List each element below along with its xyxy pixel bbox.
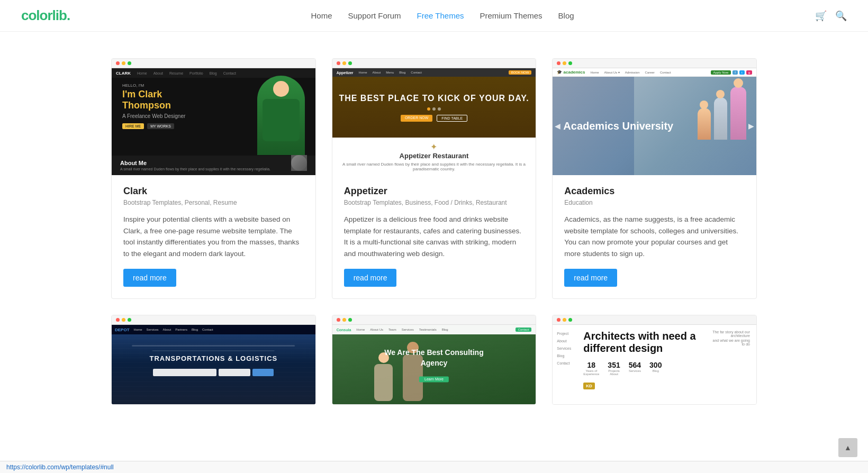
card-appetizer: Appetizer Home About Menu Blog Contact B… [332, 58, 537, 299]
dot-red [557, 61, 560, 65]
site-header: colorlib. Home Support Forum Free Themes… [0, 0, 868, 32]
dot-green [568, 318, 572, 322]
card-consula: Consula Home About Us Team Services Test… [332, 315, 537, 405]
depot-screenshot: DEPOT Home Services About Partners Blog … [112, 325, 315, 405]
architects-screenshot: Project About Services Blog Contact [553, 325, 756, 405]
card-clark-info: Clark Bootstrap Templates, Personal, Res… [112, 175, 315, 298]
clark-screenshot: CLARK Home About Resume Portfolio Blog C… [112, 68, 315, 175]
card-appetizer-image: Appetizer Home About Menu Blog Contact B… [332, 59, 536, 175]
main-content: CLARK Home About Resume Portfolio Blog C… [101, 32, 767, 421]
academics-tags: Education [564, 199, 745, 206]
appetizer-desc: Appetizer is a delicious free food and d… [344, 214, 525, 259]
themes-grid: CLARK Home About Resume Portfolio Blog C… [111, 58, 757, 405]
card-academics: 🎓 academics Home About Us ▾ Admission Ca… [552, 58, 757, 299]
architects-headline: Architects with need a different design [583, 330, 712, 354]
dot-red [116, 318, 120, 322]
dot-green [128, 318, 131, 322]
search-icon[interactable]: 🔍 [835, 10, 847, 22]
academics-desc: Academics, as the name suggests, is a fr… [564, 214, 745, 259]
dot-yellow [122, 61, 125, 65]
logo-dot: . [67, 7, 70, 23]
next-arrow[interactable]: ▶ [748, 122, 754, 130]
clark-name: I'm ClarkThompson [122, 89, 185, 111]
nav-support-forum[interactable]: Support Forum [348, 11, 401, 20]
prev-arrow[interactable]: ◀ [555, 122, 560, 130]
academics-title: Academics [564, 186, 745, 197]
dot-yellow [122, 318, 125, 322]
browser-bar-architects [553, 315, 756, 325]
nav-icons: 🛒 🔍 [815, 10, 847, 22]
dot-green [348, 318, 352, 322]
card-consula-image: Consula Home About Us Team Services Test… [332, 315, 536, 405]
card-depot: DEPOT Home Services About Partners Blog … [111, 315, 316, 405]
main-nav: Home Support Forum Free Themes Premium T… [311, 11, 574, 21]
dot-green [128, 61, 131, 65]
site-logo[interactable]: colorlib. [21, 7, 70, 24]
appetizer-screenshot: Appetizer Home About Menu Blog Contact B… [332, 68, 536, 175]
card-architects: Project About Services Blog Contact [552, 315, 757, 405]
dot-red [337, 318, 340, 322]
card-clark: CLARK Home About Resume Portfolio Blog C… [111, 58, 316, 299]
dot-yellow [342, 318, 346, 322]
browser-bar-depot [112, 315, 315, 325]
clark-title: Clark [123, 186, 304, 197]
cart-icon[interactable]: 🛒 [815, 10, 827, 22]
browser-bar-academics [553, 59, 756, 68]
card-architects-image: Project About Services Blog Contact [553, 315, 756, 405]
clark-desc: Inspire your potential clients with a we… [123, 214, 304, 259]
nav-home[interactable]: Home [311, 11, 332, 20]
card-academics-image: 🎓 academics Home About Us ▾ Admission Ca… [553, 59, 756, 175]
browser-bar-appetizer [332, 59, 536, 68]
browser-bar-consula [332, 315, 536, 325]
depot-text: TRANSPORTATIONS & LOGISTICS [149, 354, 277, 363]
dot-green [348, 61, 352, 65]
clark-tags: Bootstrap Templates, Personal, Resume [123, 199, 304, 206]
nav-free-themes[interactable]: Free Themes [417, 11, 464, 20]
dot-red [557, 318, 560, 322]
academics-screenshot: 🎓 academics Home About Us ▾ Admission Ca… [553, 68, 756, 175]
logo-text: colorlib [21, 7, 67, 23]
card-clark-image: CLARK Home About Resume Portfolio Blog C… [112, 59, 315, 175]
browser-bar-clark [112, 59, 315, 68]
appetizer-tags: Bootstrap Templates, Business, Food / Dr… [344, 199, 525, 206]
dot-green [568, 61, 572, 65]
dot-red [116, 61, 120, 65]
consula-screenshot: Consula Home About Us Team Services Test… [332, 325, 536, 405]
appetizer-read-more-button[interactable]: read more [344, 269, 397, 287]
appetizer-title: Appetizer [344, 186, 525, 197]
card-academics-info: Academics Education Academics, as the na… [553, 175, 756, 298]
dot-red [337, 61, 340, 65]
appetizer-headline: THE BEST PLACE TO KICK OF YOUR DAY. [339, 93, 529, 103]
dot-yellow [342, 61, 346, 65]
card-depot-image: DEPOT Home Services About Partners Blog … [112, 315, 315, 405]
academics-read-more-button[interactable]: read more [564, 269, 617, 287]
dot-yellow [563, 318, 566, 322]
card-appetizer-info: Appetizer Bootstrap Templates, Business,… [332, 175, 536, 298]
nav-premium-themes[interactable]: Premium Themes [480, 11, 542, 20]
consula-text: We Are The Best Consulting Agency [383, 348, 485, 369]
appetizer-logo-name: Appetizer Restaurant [400, 152, 469, 160]
nav-blog[interactable]: Blog [558, 11, 574, 20]
clark-read-more-button[interactable]: read more [123, 269, 176, 287]
dot-yellow [563, 61, 566, 65]
